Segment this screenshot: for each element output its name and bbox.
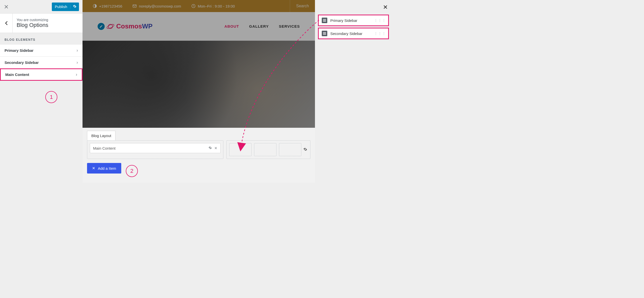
sidebar-item-label: Main Content: [5, 72, 29, 77]
site-logo[interactable]: CosmosWP: [98, 22, 152, 31]
layout-item-actions: ✕: [209, 146, 217, 150]
back-button[interactable]: [0, 13, 13, 33]
layout-drop-zone-left[interactable]: Main Content ✕: [87, 140, 223, 159]
publish-settings-icon[interactable]: [70, 5, 79, 9]
layout-slot[interactable]: [229, 143, 252, 156]
document-icon: [322, 31, 327, 36]
close-panel-button[interactable]: [382, 3, 389, 12]
close-icon: [383, 5, 387, 9]
sidebar-item-label: Primary Sidebar: [5, 48, 33, 53]
annotation-1: 1: [45, 91, 57, 103]
nav-gallery[interactable]: GALLERY: [249, 24, 269, 28]
close-icon: ✕: [92, 166, 95, 171]
gear-icon[interactable]: [209, 146, 212, 150]
sidebar-item-secondary-sidebar[interactable]: Secondary Sidebar ›: [0, 56, 83, 69]
close-icon[interactable]: ✕: [214, 146, 217, 150]
annotation-2: 2: [126, 165, 138, 177]
drag-items-list: Primary Sidebar ⋮⋮⋮ Secondary Sidebar ⋮⋮…: [315, 0, 392, 39]
close-icon: [4, 5, 8, 9]
main-nav: ABOUT GALLERY SERVICES: [224, 24, 300, 28]
gear-icon[interactable]: [303, 147, 307, 152]
layout-drop-zone-right[interactable]: [226, 140, 310, 159]
publish-button[interactable]: Publish: [52, 3, 79, 11]
chevron-right-icon: ›: [76, 72, 77, 77]
tab-blog-layout[interactable]: Blog Layout: [87, 131, 115, 140]
customizer-topbar: Publish: [0, 0, 83, 13]
contrast-icon: [93, 4, 97, 8]
add-item-button[interactable]: ✕ Add a Item: [87, 163, 121, 174]
nav-about[interactable]: ABOUT: [224, 24, 239, 28]
topbar-phone: +1987123456: [93, 4, 122, 8]
drag-item-secondary-sidebar[interactable]: Secondary Sidebar ⋮⋮⋮: [318, 28, 389, 39]
layout-item-main-content[interactable]: Main Content ✕: [90, 143, 221, 153]
section-label: BLOG ELEMENTS: [0, 33, 83, 45]
chevron-right-icon: ›: [76, 60, 78, 65]
publish-label: Publish: [52, 5, 70, 9]
layout-slot[interactable]: [279, 143, 301, 156]
edit-shortcut-icon[interactable]: [98, 23, 105, 30]
close-customizer-button[interactable]: [0, 0, 13, 13]
hero-image: [83, 41, 315, 128]
document-icon: [322, 18, 327, 23]
site-header: CosmosWP ABOUT GALLERY SERVICES: [83, 12, 315, 41]
chevron-left-icon: [5, 21, 8, 25]
layout-row: Main Content ✕: [87, 140, 310, 159]
available-items-panel: Primary Sidebar ⋮⋮⋮ Secondary Sidebar ⋮⋮…: [315, 0, 392, 183]
topbar-search[interactable]: Search: [290, 0, 315, 12]
logo-text: CosmosWP: [116, 22, 152, 30]
breadcrumb: You are customizing Blog Options: [0, 13, 83, 33]
chevron-right-icon: ›: [76, 48, 78, 53]
drag-handle-icon[interactable]: ⋮⋮⋮: [374, 31, 386, 35]
planet-icon: [106, 22, 115, 31]
breadcrumb-subtitle: You are customizing: [17, 18, 48, 22]
drag-item-primary-sidebar[interactable]: Primary Sidebar ⋮⋮⋮: [318, 15, 389, 26]
blog-layout-area: Blog Layout Main Content ✕: [83, 128, 315, 181]
nav-services[interactable]: SERVICES: [279, 24, 300, 28]
layout-slot[interactable]: [254, 143, 276, 156]
customizer-panel: Publish You are customizing Blog Options…: [0, 0, 83, 183]
clock-icon: [191, 4, 196, 8]
topbar-email: noreply@cosmoswp.com: [132, 4, 181, 8]
mail-icon: [132, 4, 137, 8]
sidebar-item-main-content[interactable]: Main Content ›: [0, 68, 83, 81]
drag-handle-icon[interactable]: ⋮⋮⋮: [374, 18, 386, 22]
breadcrumb-title: Blog Options: [17, 22, 48, 28]
breadcrumb-text: You are customizing Blog Options: [13, 18, 48, 28]
sidebar-item-primary-sidebar[interactable]: Primary Sidebar ›: [0, 44, 83, 57]
site-topbar: +1987123456 noreply@cosmoswp.com Mon–Fri…: [83, 0, 315, 12]
topbar-hours: Mon–Fri : 9:00 - 19:00: [191, 4, 235, 8]
sidebar-item-label: Secondary Sidebar: [5, 60, 39, 65]
preview-frame: +1987123456 noreply@cosmoswp.com Mon–Fri…: [83, 0, 315, 183]
